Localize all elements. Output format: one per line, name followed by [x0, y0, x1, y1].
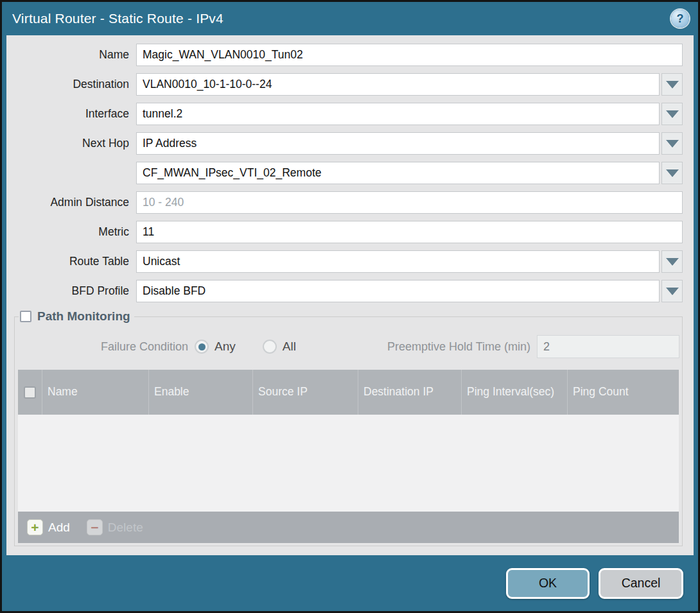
destination-label: Destination: [14, 78, 136, 91]
bfd-profile-dropdown-button[interactable]: [661, 280, 683, 302]
chevron-down-icon: [666, 288, 679, 295]
help-icon[interactable]: ?: [671, 10, 689, 28]
form-row-metric: Metric: [14, 221, 683, 243]
dialog-footer: OK Cancel: [2, 555, 698, 611]
table-header-ping-count[interactable]: Ping Count: [567, 370, 679, 415]
route-table-label: Route Table: [14, 255, 136, 268]
metric-label: Metric: [14, 225, 136, 239]
table-header-checkbox-cell: [18, 370, 42, 415]
name-label: Name: [14, 48, 136, 62]
table-header-enable[interactable]: Enable: [148, 370, 252, 415]
table-header-ping-interval[interactable]: Ping Interval(sec): [461, 370, 567, 415]
path-monitoring-legend: Path Monitoring: [19, 309, 134, 324]
next-hop-type-dropdown-button[interactable]: [661, 132, 683, 155]
table-header-destination-ip[interactable]: Destination IP: [358, 370, 461, 415]
table-body-empty: [18, 415, 679, 512]
chevron-down-icon: [666, 110, 679, 118]
path-monitoring-table: Name Enable Source IP Destination IP Pin…: [18, 370, 679, 543]
metric-input[interactable]: [136, 221, 683, 243]
cancel-button[interactable]: Cancel: [599, 568, 683, 599]
admin-distance-input[interactable]: [136, 191, 683, 214]
failure-condition-all-label: All: [283, 340, 296, 354]
next-hop-type-input[interactable]: [136, 132, 660, 155]
interface-dropdown-button[interactable]: [661, 103, 683, 125]
form-row-interface: Interface: [14, 103, 683, 125]
add-button[interactable]: + Add: [27, 519, 70, 535]
failure-condition-row: Failure Condition Any All Preemptive Hol…: [17, 335, 679, 358]
minus-icon: −: [87, 519, 103, 535]
destination-dropdown-button[interactable]: [661, 73, 683, 96]
plus-icon: +: [27, 519, 43, 535]
select-all-checkbox[interactable]: [24, 386, 36, 399]
table-header-source-ip[interactable]: Source IP: [252, 370, 358, 415]
path-monitoring-title: Path Monitoring: [37, 309, 130, 324]
chevron-down-icon: [666, 81, 679, 89]
radio-selected-dot-icon: [198, 343, 206, 350]
form-row-bfd-profile: BFD Profile: [14, 280, 683, 302]
next-hop-address-input[interactable]: [136, 162, 660, 184]
form-row-name: Name: [14, 44, 683, 66]
bfd-profile-label: BFD Profile: [14, 284, 136, 298]
ok-button[interactable]: OK: [506, 568, 590, 599]
name-input[interactable]: [136, 44, 683, 66]
chevron-down-icon: [666, 140, 679, 148]
table-header-row: Name Enable Source IP Destination IP Pin…: [18, 370, 679, 415]
failure-condition-all-radio[interactable]: [263, 340, 277, 354]
chevron-down-icon: [666, 258, 679, 266]
destination-input[interactable]: [136, 73, 660, 96]
dialog-titlebar: Virtual Router - Static Route - IPv4 ?: [2, 2, 698, 35]
delete-button-label: Delete: [108, 521, 143, 535]
next-hop-label: Next Hop: [14, 137, 136, 150]
delete-button[interactable]: − Delete: [87, 519, 143, 535]
failure-condition-any-label: Any: [214, 340, 236, 354]
form-row-next-hop-address: [14, 162, 683, 184]
add-button-label: Add: [48, 521, 70, 535]
form-row-admin-distance: Admin Distance: [14, 191, 683, 214]
route-table-dropdown-button[interactable]: [661, 250, 683, 273]
path-monitoring-section: Path Monitoring Failure Condition Any Al…: [14, 309, 683, 546]
table-header-name[interactable]: Name: [42, 370, 148, 415]
bfd-profile-input[interactable]: [136, 280, 660, 302]
failure-condition-any-radio[interactable]: [195, 340, 209, 354]
path-monitoring-checkbox[interactable]: [20, 311, 31, 322]
interface-input[interactable]: [136, 103, 660, 125]
table-toolbar: + Add − Delete: [18, 512, 679, 543]
form-row-route-table: Route Table: [14, 250, 683, 273]
dialog-body: Name Destination Interface: [6, 35, 694, 555]
static-route-dialog: Virtual Router - Static Route - IPv4 ? N…: [2, 2, 698, 611]
form-row-destination: Destination: [14, 73, 683, 96]
next-hop-address-dropdown-button[interactable]: [661, 162, 683, 184]
route-table-input[interactable]: [136, 250, 660, 273]
failure-condition-label: Failure Condition: [17, 340, 195, 354]
preemptive-hold-time-input[interactable]: [537, 335, 679, 358]
form-row-next-hop: Next Hop: [14, 132, 683, 155]
interface-label: Interface: [14, 107, 136, 121]
preemptive-hold-time-label: Preemptive Hold Time (min): [387, 340, 537, 354]
dialog-title: Virtual Router - Static Route - IPv4: [12, 11, 223, 26]
chevron-down-icon: [666, 169, 679, 177]
dialog-window: Virtual Router - Static Route - IPv4 ? N…: [0, 0, 700, 613]
admin-distance-label: Admin Distance: [14, 196, 136, 209]
